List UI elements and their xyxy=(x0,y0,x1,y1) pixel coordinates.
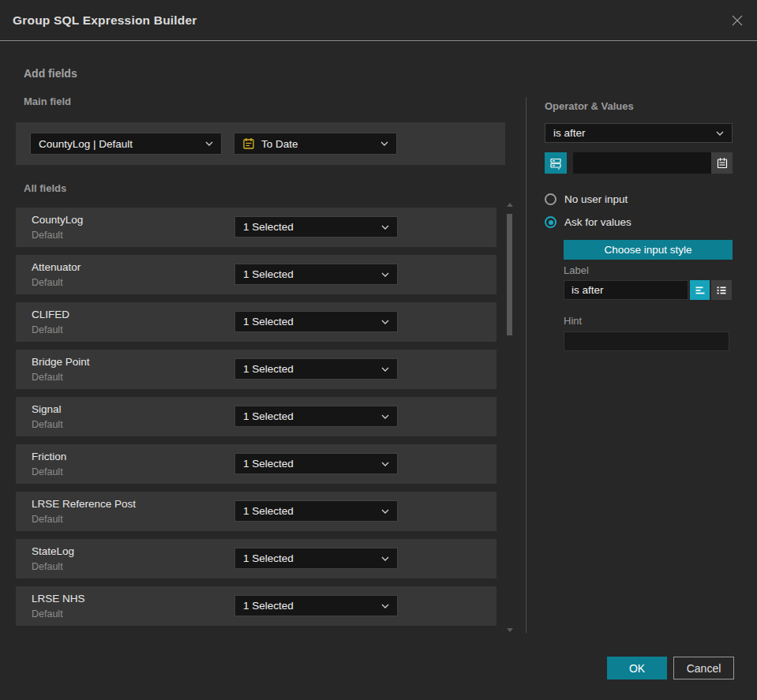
dialog-header: Group SQL Expression Builder xyxy=(0,0,757,41)
field-subtitle: Default xyxy=(32,230,63,241)
field-name: CountyLog xyxy=(32,214,83,226)
list-icon xyxy=(715,284,728,297)
dropdown-value: 1 Selected xyxy=(243,268,294,280)
field-subtitle: Default xyxy=(32,561,63,572)
field-row: Signal Default 1 Selected xyxy=(16,397,497,436)
chevron-down-icon xyxy=(381,272,389,277)
field-row: StateLog Default 1 Selected xyxy=(16,539,497,578)
field-selection-dropdown[interactable]: 1 Selected xyxy=(234,500,398,522)
value-source-button[interactable] xyxy=(545,152,567,174)
chevron-down-icon xyxy=(716,131,724,136)
operator-dropdown[interactable]: is after xyxy=(545,123,733,143)
main-field-panel: CountyLog | Default To Date xyxy=(16,122,505,165)
radio-label: Ask for values xyxy=(564,216,631,228)
dropdown-value: 1 Selected xyxy=(243,505,294,517)
add-fields-heading: Add fields xyxy=(24,67,77,80)
chevron-down-icon xyxy=(205,141,213,146)
field-name: CLIFED xyxy=(32,309,69,320)
field-row: LRSE NHS Default 1 Selected xyxy=(16,586,497,626)
radio-label: No user input xyxy=(564,193,628,205)
scroll-up-icon[interactable] xyxy=(507,203,513,207)
field-name: LRSE NHS xyxy=(32,593,85,605)
dropdown-value: 1 Selected xyxy=(243,552,294,564)
calendar-icon xyxy=(716,157,729,170)
field-subtitle: Default xyxy=(32,466,63,477)
field-type-dropdown[interactable]: To Date xyxy=(234,133,397,155)
field-subtitle: Default xyxy=(32,514,63,525)
field-name: StateLog xyxy=(32,545,74,557)
field-name: Attenuator xyxy=(32,261,81,273)
field-selection-dropdown[interactable]: 1 Selected xyxy=(234,406,398,427)
field-row: Friction Default 1 Selected xyxy=(16,444,497,484)
label-field-label: Label xyxy=(564,264,589,276)
scrollbar-thumb[interactable] xyxy=(507,214,512,335)
field-name: Signal xyxy=(32,403,62,415)
single-input-style-button[interactable] xyxy=(690,280,710,300)
radio-no-user-input[interactable]: No user input xyxy=(545,193,628,205)
chevron-down-icon xyxy=(380,141,388,146)
field-row: LRSE Reference Post Default 1 Selected xyxy=(16,492,497,531)
cancel-button[interactable]: Cancel xyxy=(673,657,734,679)
field-row: Bridge Point Default 1 Selected xyxy=(16,350,497,389)
field-subtitle: Default xyxy=(32,372,63,383)
panel-divider xyxy=(526,97,527,633)
dropdown-value: 1 Selected xyxy=(243,316,294,328)
date-picker-button[interactable] xyxy=(711,152,733,174)
hint-field-label: Hint xyxy=(564,315,582,327)
field-selection-dropdown[interactable]: 1 Selected xyxy=(234,595,398,616)
field-name: LRSE Reference Post xyxy=(32,498,136,510)
radio-selected-icon[interactable] xyxy=(545,216,557,228)
field-row: CountyLog Default 1 Selected xyxy=(16,208,497,247)
main-field-dropdown-value: CountyLog | Default xyxy=(39,138,133,150)
chevron-down-icon xyxy=(381,604,389,608)
radio-unselected-icon[interactable] xyxy=(545,193,557,205)
scroll-down-icon[interactable] xyxy=(507,628,513,632)
dropdown-value: 1 Selected xyxy=(243,410,294,422)
dropdown-value: 1 Selected xyxy=(243,221,294,233)
field-selection-dropdown[interactable]: 1 Selected xyxy=(234,264,398,285)
choose-input-style-button[interactable]: Choose input style xyxy=(564,240,733,260)
radio-ask-for-values[interactable]: Ask for values xyxy=(545,216,631,228)
main-field-label: Main field xyxy=(24,95,71,107)
all-fields-label: All fields xyxy=(24,182,66,194)
calendar-icon-gold xyxy=(242,137,255,150)
field-row: Attenuator Default 1 Selected xyxy=(16,255,497,294)
list-input-style-button[interactable] xyxy=(711,280,732,300)
dropdown-value: 1 Selected xyxy=(243,600,294,612)
field-name: Bridge Point xyxy=(32,356,90,368)
field-subtitle: Default xyxy=(32,419,63,430)
close-icon xyxy=(731,14,744,27)
dropdown-value: 1 Selected xyxy=(243,363,294,375)
chevron-down-icon xyxy=(381,462,389,466)
chevron-down-icon xyxy=(381,320,389,324)
field-selection-dropdown[interactable]: 1 Selected xyxy=(234,311,398,332)
main-field-dropdown[interactable]: CountyLog | Default xyxy=(30,133,222,155)
field-subtitle: Default xyxy=(32,324,63,335)
group-sql-expression-builder-dialog: Group SQL Expression Builder Add fields … xyxy=(0,0,757,700)
field-subtitle: Default xyxy=(32,277,63,288)
chevron-down-icon xyxy=(381,225,389,230)
close-button[interactable] xyxy=(729,12,746,29)
label-input[interactable] xyxy=(564,280,688,300)
chevron-down-icon xyxy=(381,556,389,561)
ok-button[interactable]: OK xyxy=(607,657,667,679)
field-selection-dropdown[interactable]: 1 Selected xyxy=(234,358,398,380)
chevron-down-icon xyxy=(381,367,389,372)
dropdown-value: 1 Selected xyxy=(243,458,294,470)
hint-input[interactable] xyxy=(564,331,729,351)
dialog-title: Group SQL Expression Builder xyxy=(13,13,197,28)
chevron-down-icon xyxy=(381,414,389,419)
chevron-down-icon xyxy=(381,509,389,514)
field-selection-dropdown[interactable]: 1 Selected xyxy=(234,548,398,569)
field-row: CLIFED Default 1 Selected xyxy=(16,302,497,342)
operator-values-heading: Operator & Values xyxy=(545,100,634,112)
field-name: Friction xyxy=(32,451,66,462)
operator-dropdown-value: is after xyxy=(553,127,586,139)
value-input[interactable] xyxy=(573,152,711,174)
field-selection-dropdown[interactable]: 1 Selected xyxy=(234,216,398,238)
field-selection-dropdown[interactable]: 1 Selected xyxy=(234,453,398,474)
list-scrollbar[interactable] xyxy=(507,201,513,634)
field-subtitle: Default xyxy=(32,608,63,620)
field-type-dropdown-value: To Date xyxy=(261,138,298,150)
stacked-values-icon xyxy=(549,156,563,170)
